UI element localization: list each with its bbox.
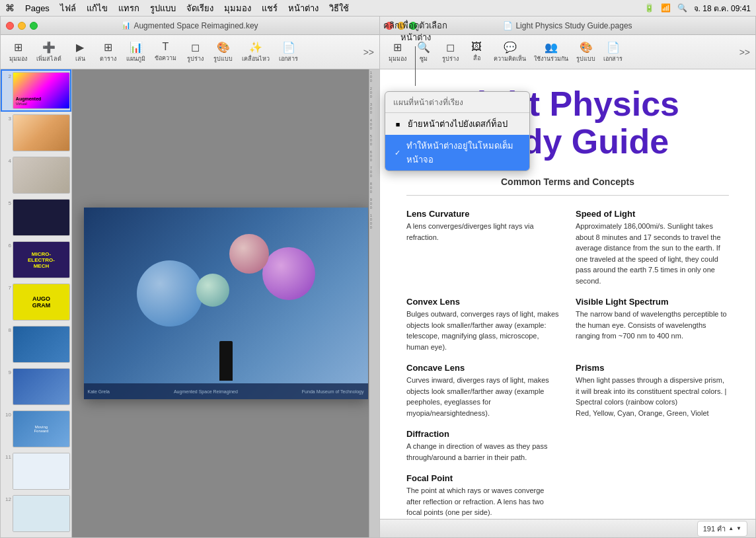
sphere-teal: [196, 274, 229, 307]
format-icon: 🎨: [217, 41, 230, 54]
dropdown-item-1[interactable]: ■ ย้ายหน้าต่างไปยังเดสก์ท็อป: [385, 113, 529, 135]
right-status-bar: 191 คำ ▲ ▼: [380, 519, 755, 537]
slide-item-3[interactable]: 3: [1, 112, 71, 154]
toolbar-right-collab[interactable]: 👥 ใช้งานร่วมกัน: [531, 40, 571, 65]
document-icon: 📄: [282, 41, 295, 54]
canvas-area: Kate Grela Augmented Space Reimagined Fu…: [72, 69, 379, 537]
dropdown-item-2[interactable]: ✓ ทำให้หน้าต่างอยู่ในโหมดเต็มหน้าจอ: [385, 135, 529, 171]
slide-item-10[interactable]: 10 MovingForward: [1, 408, 71, 450]
slide-item-11[interactable]: 11: [1, 450, 71, 492]
menu-format[interactable]: รูปแบบ: [150, 1, 176, 15]
terms-grid: Lens Curvature A lens converges/diverges…: [406, 209, 729, 518]
term-prisms: Prisms When light passes through a dispe…: [576, 363, 729, 418]
word-count[interactable]: 191 คำ ▲ ▼: [697, 521, 747, 537]
slide-item-12[interactable]: 12: [1, 492, 71, 535]
menu-window[interactable]: หน้าต่าง: [288, 1, 319, 15]
term-visible-spectrum: Visible Light Spectrum The narrow band o…: [576, 297, 729, 352]
toolbar-right-comments[interactable]: 💬 ความคิดเห็น: [491, 40, 529, 65]
ruler-vertical: 1002003004005006007008009001000: [369, 69, 379, 537]
toolbar-text[interactable]: T ข้อความ: [152, 40, 179, 64]
battery-icon: 🔋: [644, 3, 654, 13]
toolbar-right-format[interactable]: 🎨 รูปแบบ: [574, 40, 598, 65]
doc-divider: [406, 195, 729, 196]
traffic-lights-left: [6, 22, 38, 30]
check-icon-2: ✓: [393, 149, 401, 157]
toolbar-add-slide[interactable]: ➕ เพิ่มสไลด์: [34, 40, 64, 65]
toolbar-play[interactable]: ▶ เล่น: [68, 40, 92, 65]
search-icon[interactable]: 🔍: [677, 3, 687, 13]
media-icon: 🖼: [471, 41, 482, 53]
menu-insert[interactable]: แทรก: [118, 1, 139, 15]
toolbar-chart[interactable]: 📊 แผนภูมิ: [124, 40, 148, 65]
sphere-blue: [137, 260, 203, 327]
tooltip-text: คลิกเพื่อดูตัวเลือก หน้าต่าง: [383, 20, 447, 44]
view-icon: ⊞: [14, 41, 22, 54]
sphere-pink: [229, 234, 269, 274]
menu-edit[interactable]: แก้ไข: [87, 1, 108, 15]
term-lens-curvature: Lens Curvature A lens converges/diverges…: [406, 209, 560, 286]
collab-icon: 👥: [545, 41, 558, 54]
menu-help[interactable]: วิธีใช้: [329, 1, 349, 15]
toolbar-document[interactable]: 📄 เอกสาร: [276, 40, 301, 65]
slide-2-label2: Virtual: [16, 102, 67, 106]
keynote-app-icon: 📊: [122, 21, 131, 30]
term-focal-point: Focal Point The point at which rays or w…: [406, 473, 560, 518]
left-toolbar: ⊞ มุมมอง ➕ เพิ่มสไลด์ ▶ เล่น ⊞ ตาราง 📊 แ…: [1, 35, 379, 69]
menubar: ⌘ Pages ไฟล์ แก้ไข แทรก รูปแบบ จัดเรียง …: [0, 0, 756, 16]
doc-subtitle: Common Terms and Concepts: [406, 176, 729, 187]
stepper-down-icon: ▼: [736, 525, 741, 531]
slide-item-2[interactable]: 2 Augmented Virtual: [1, 69, 71, 112]
toolbar-animate[interactable]: ✨ เคลื่อนไหว: [239, 40, 272, 65]
document-icon-right: 📄: [607, 41, 620, 54]
toolbar-right-media[interactable]: 🖼 สื่อ: [465, 40, 488, 64]
term-concave-lens: Concave Lens Curves inward, diverges ray…: [406, 363, 560, 418]
tooltip-line: [415, 46, 416, 86]
animate-icon: ✨: [249, 41, 262, 54]
apple-menu[interactable]: ⌘: [5, 3, 15, 13]
menubar-left: ⌘ Pages ไฟล์ แก้ไข แทรก รูปแบบ จัดเรียง …: [5, 1, 349, 15]
keynote-main: 2 Augmented Virtual 3: [1, 69, 379, 537]
menu-file[interactable]: ไฟล์: [60, 1, 76, 15]
maximize-button-left[interactable]: [30, 22, 38, 30]
menu-view[interactable]: มุมมอง: [224, 1, 251, 15]
slide-2-label1: Augmented: [16, 96, 67, 102]
toolbar-expand-right[interactable]: >>: [739, 47, 750, 58]
left-titlebar: 📊 Augmented Space Reimagined.key: [1, 17, 379, 35]
pages-app-icon: 📄: [503, 21, 513, 30]
slide-item-8[interactable]: 8: [1, 323, 71, 365]
windows-area: 📊 Augmented Space Reimagined.key ⊞ มุมมอ…: [0, 16, 756, 538]
menubar-right: 🔋 📶 🔍 จ. 18 ต.ค. 09:41: [644, 2, 751, 15]
slide-item-9[interactable]: 9: [1, 365, 71, 408]
person-silhouette: [219, 341, 233, 381]
dropdown-header: แผนที่หน้าต่างที่เรียง: [385, 92, 529, 113]
left-window-keynote: 📊 Augmented Space Reimagined.key ⊞ มุมมอ…: [0, 16, 380, 538]
minimize-button-left[interactable]: [18, 22, 26, 30]
format-icon-right: 🎨: [580, 41, 593, 54]
date-time: จ. 18 ต.ค. 09:41: [694, 2, 751, 15]
add-slide-icon: ➕: [42, 41, 56, 54]
slide-item-4[interactable]: 4: [1, 154, 71, 196]
slide-item-7[interactable]: 7 AUGOGRAM: [1, 281, 71, 323]
sphere-purple: [262, 247, 315, 300]
slide-item-5[interactable]: 5: [1, 196, 71, 239]
menu-arrange[interactable]: จัดเรียง: [186, 1, 213, 15]
toolbar-shapes[interactable]: ◻ รูปร่าง: [183, 40, 207, 65]
slide-item-6[interactable]: 6 MICRO-ELECTRO-MECH: [1, 239, 71, 281]
app-menu-pages[interactable]: Pages: [25, 3, 50, 13]
text-icon: T: [163, 41, 169, 53]
toolbar-expand[interactable]: >>: [363, 47, 374, 58]
toolbar-right-document[interactable]: 📄 เอกสาร: [601, 40, 625, 65]
check-icon-1: ■: [393, 120, 402, 128]
slide-canvas-image: [84, 208, 368, 399]
toolbar-view[interactable]: ⊞ มุมมอง: [6, 40, 30, 65]
term-diffraction: Diffraction A change in direction of wav…: [406, 429, 560, 463]
toolbar-table[interactable]: ⊞ ตาราง: [96, 40, 120, 65]
term-convex-lens: Convex Lens Bulges outward, converges ra…: [406, 297, 560, 352]
window-dropdown-menu: แผนที่หน้าต่างที่เรียง ■ ย้ายหน้าต่างไปย…: [385, 91, 530, 171]
play-icon: ▶: [76, 41, 84, 54]
slides-panel: 2 Augmented Virtual 3: [1, 69, 72, 537]
toolbar-format[interactable]: 🎨 รูปแบบ: [211, 40, 235, 65]
close-button-left[interactable]: [6, 22, 14, 30]
slide-caption-bar: Kate Grela Augmented Space Reimagined Fu…: [84, 383, 368, 399]
menu-share[interactable]: แชร์: [262, 1, 278, 15]
